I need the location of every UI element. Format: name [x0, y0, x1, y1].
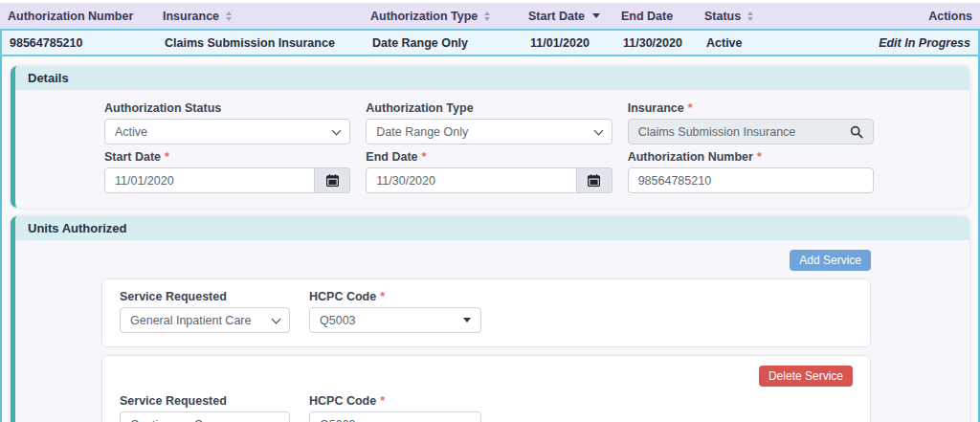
selected-value: Q5003	[320, 418, 356, 422]
required-asterisk: *	[165, 150, 169, 164]
insurance-label: Insurance*	[628, 101, 874, 115]
service-requested-group: Service Requested Continuous Care	[120, 392, 290, 422]
chevron-down-icon	[593, 125, 603, 135]
column-label: Authorization Number	[8, 10, 133, 23]
column-label: Status	[704, 10, 741, 23]
sort-desc-icon[interactable]	[592, 13, 600, 18]
calendar-icon	[326, 174, 339, 187]
units-authorized-title: Units Authorized	[15, 216, 969, 240]
delete-service-button[interactable]: Delete Service	[759, 366, 853, 387]
expanded-row-detail: Details Authorization Status Active Auth…	[0, 56, 980, 422]
details-panel: Details Authorization Status Active Auth…	[11, 66, 969, 208]
units-authorized-panel: Units Authorized Add Service Service Req…	[11, 216, 969, 422]
table-row-selected[interactable]: 98564785210 Claims Submission Insurance …	[0, 29, 980, 56]
table-header-row: Authorization Number Insurance Authoriza…	[0, 3, 980, 29]
hcpc-code-label: HCPC Code*	[309, 394, 481, 408]
cell-authorization-type: Date Range Only	[372, 36, 530, 50]
selected-value: Active	[115, 125, 147, 139]
column-header-end-date: End Date	[621, 10, 704, 23]
column-header-authorization-type[interactable]: Authorization Type	[370, 10, 528, 23]
insurance-lookup-field[interactable]: Claims Submission Insurance	[628, 119, 874, 144]
sort-icon[interactable]	[747, 11, 753, 21]
authorization-status-label: Authorization Status	[104, 101, 350, 115]
search-icon[interactable]	[850, 125, 863, 139]
column-label: End Date	[621, 10, 673, 23]
chevron-down-icon	[332, 125, 342, 135]
details-form: Authorization Status Active Authorizatio…	[15, 90, 969, 208]
insurance-group: Insurance* Claims Submission Insurance	[628, 96, 874, 144]
details-panel-title: Details	[15, 66, 969, 90]
service-card: Service Requested General Inpatient Care…	[101, 278, 871, 347]
authorization-status-group: Authorization Status Active	[104, 96, 350, 144]
hcpc-code-group: HCPC Code* Q5003	[309, 392, 481, 422]
chevron-down-icon	[272, 314, 281, 323]
hcpc-code-select[interactable]: Q5003	[309, 411, 481, 422]
service-requested-group: Service Requested General Inpatient Care	[120, 288, 290, 333]
cell-authorization-number: 98564785210	[2, 36, 165, 50]
column-label: Start Date	[528, 10, 585, 23]
selected-value: Continuous Care	[130, 418, 220, 422]
authorization-number-input[interactable]	[628, 167, 874, 193]
authorization-type-label: Authorization Type	[366, 101, 612, 115]
caret-down-icon	[463, 318, 471, 322]
authorizations-table: Authorization Number Insurance Authoriza…	[0, 3, 980, 56]
required-asterisk: *	[757, 150, 762, 164]
column-label: Insurance	[163, 10, 219, 23]
selected-value: Claims Submission Insurance	[638, 125, 796, 139]
start-date-group: Start Date*	[104, 144, 350, 193]
selected-value: Date Range Only	[376, 125, 468, 139]
required-asterisk: *	[380, 394, 385, 408]
authorization-number-group: Authorization Number*	[628, 144, 874, 193]
start-date-label: Start Date*	[104, 150, 350, 164]
end-date-calendar-button[interactable]	[577, 167, 612, 193]
authorization-status-select[interactable]: Active	[104, 119, 350, 144]
calendar-icon	[588, 174, 600, 187]
cell-insurance: Claims Submission Insurance	[165, 36, 372, 50]
authorization-number-label: Authorization Number*	[628, 150, 874, 164]
hcpc-code-select[interactable]: Q5003	[309, 307, 481, 333]
service-requested-select[interactable]: General Inpatient Care	[120, 307, 290, 333]
required-asterisk: *	[380, 290, 385, 303]
hcpc-code-group: HCPC Code* Q5003	[309, 288, 481, 333]
service-requested-select[interactable]: Continuous Care	[120, 411, 290, 422]
column-header-authorization-number: Authorization Number	[0, 10, 163, 23]
edit-in-progress-action[interactable]: Edit In Progress	[850, 36, 978, 50]
authorization-type-select[interactable]: Date Range Only	[366, 119, 612, 144]
column-label: Authorization Type	[370, 10, 478, 23]
authorization-type-group: Authorization Type Date Range Only	[366, 96, 612, 144]
column-label: Actions	[928, 10, 972, 23]
required-asterisk: *	[422, 150, 427, 164]
service-card: Delete Service Service Requested Continu…	[101, 355, 871, 422]
sort-icon[interactable]	[226, 11, 232, 21]
add-service-button[interactable]: Add Service	[790, 250, 871, 271]
column-header-start-date[interactable]: Start Date	[528, 10, 621, 23]
end-date-group: End Date*	[366, 144, 612, 193]
end-date-label: End Date*	[366, 150, 612, 164]
required-asterisk: *	[688, 101, 693, 115]
end-date-input[interactable]	[366, 167, 576, 193]
chevron-down-icon	[272, 418, 281, 422]
service-requested-label: Service Requested	[120, 394, 290, 408]
cell-end-date: 11/30/2020	[623, 36, 706, 50]
column-header-status[interactable]: Status	[704, 10, 848, 23]
cell-status: Active	[706, 36, 850, 50]
hcpc-code-label: HCPC Code*	[309, 290, 481, 303]
start-date-input[interactable]	[104, 167, 315, 193]
column-header-insurance[interactable]: Insurance	[163, 10, 370, 23]
start-date-calendar-button[interactable]	[315, 167, 350, 193]
cell-start-date: 11/01/2020	[530, 36, 623, 50]
service-requested-label: Service Requested	[120, 290, 290, 303]
sort-icon[interactable]	[484, 11, 490, 21]
column-header-actions: Actions	[848, 10, 980, 23]
selected-value: Q5003	[320, 314, 356, 327]
selected-value: General Inpatient Care	[130, 314, 251, 327]
